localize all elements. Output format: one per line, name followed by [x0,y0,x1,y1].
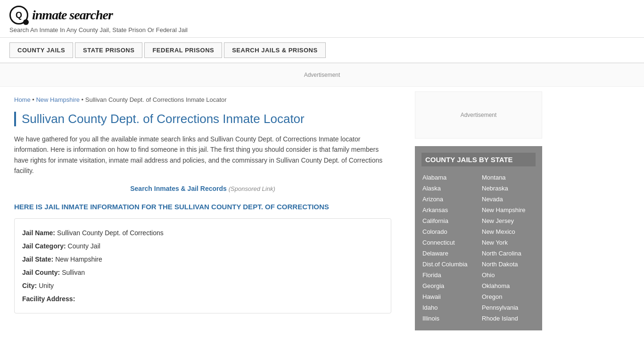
sponsored-label: (Sponsored Link) [229,185,275,192]
info-row-city: City: Unity [22,279,383,292]
nav-state-prisons[interactable]: STATE PRISONS [75,42,142,58]
state-link[interactable]: Arizona [421,194,476,205]
state-link[interactable]: Alabama [421,172,476,183]
state-link[interactable]: North Carolina [481,248,536,259]
logo-italic: inmate [32,8,66,22]
state-box-title: COUNTY JAILS BY STATE [421,153,536,166]
jail-category-value: County Jail [68,239,100,253]
state-link[interactable]: Delaware [421,248,476,259]
state-link[interactable]: Nevada [481,194,536,205]
state-link[interactable]: Nebraska [481,183,536,194]
state-link[interactable]: New Mexico [481,226,536,237]
jail-name-label: Jail Name: [22,226,55,239]
info-row-address: Facility Address: [22,292,383,305]
state-link[interactable]: California [421,215,476,226]
state-link[interactable]: Hawaii [421,291,476,302]
info-box: Jail Name: Sullivan County Dept. of Corr… [14,218,391,313]
sidebar: Advertisement COUNTY JAILS BY STATE Alab… [405,87,552,335]
breadcrumb-sep2: • [82,96,85,103]
nav-federal-prisons[interactable]: FEDERAL PRISONS [144,42,222,58]
state-link[interactable]: Montana [481,172,536,183]
jail-city-value: Unity [39,279,54,292]
section-header: HERE IS JAIL INMATE INFORMATION FOR THE … [14,203,391,211]
jail-address-label: Facility Address: [22,292,75,305]
state-link[interactable]: Alaska [421,183,476,194]
logo-text: inmate searcher [32,8,113,23]
description: We have gathered for you all the availab… [14,134,391,176]
nav-county-jails[interactable]: COUNTY JAILS [9,42,73,58]
state-link[interactable]: Pennsylvania [481,302,536,313]
sponsored-link-area: Search Inmates & Jail Records (Sponsored… [14,185,391,192]
state-grid: AlabamaAlaskaArizonaArkansasCaliforniaCo… [421,172,536,324]
sidebar-ad: Advertisement [415,91,542,139]
state-link[interactable]: New York [481,237,536,248]
state-box: COUNTY JAILS BY STATE AlabamaAlaskaArizo… [415,146,542,330]
nav-bar: COUNTY JAILS STATE PRISONS FEDERAL PRISO… [0,38,644,63]
states-col1: AlabamaAlaskaArizonaArkansasCaliforniaCo… [421,172,476,324]
tagline: Search An Inmate In Any County Jail, Sta… [9,26,635,33]
jail-city-label: City: [22,279,37,292]
jail-name-value: Sullivan County Dept. of Corrections [57,226,164,239]
page-title: Sullivan County Dept. of Corrections Inm… [14,112,391,126]
state-link[interactable]: Rhode Island [481,313,536,324]
jail-county-value: Sullivan [62,266,85,279]
breadcrumb-home[interactable]: Home [14,96,31,103]
logo-plain: searcher [69,8,113,22]
info-row-category: Jail Category: County Jail [22,239,383,253]
state-link[interactable]: Oregon [481,291,536,302]
main-layout: Home • New Hampshire • Sullivan County D… [0,87,644,335]
states-col2: MontanaNebraskaNevadaNew HampshireNew Je… [481,172,536,324]
state-link[interactable]: Florida [421,270,476,280]
state-link[interactable]: Georgia [421,280,476,291]
header: Q inmate searcher Search An Inmate In An… [0,0,644,38]
state-link[interactable]: North Dakota [481,259,536,270]
state-link[interactable]: Arkansas [421,205,476,215]
jail-county-label: Jail County: [22,266,60,279]
state-link[interactable]: Colorado [421,226,476,237]
info-row-state: Jail State: New Hampshire [22,253,383,266]
ad-banner: Advertisement [0,63,644,87]
content-area: Home • New Hampshire • Sullivan County D… [0,87,405,335]
state-link[interactable]: Ohio [481,270,536,280]
breadcrumb-current: Sullivan County Dept. of Corrections Inm… [85,96,227,103]
state-link[interactable]: Dist.of Columbia [421,259,476,270]
jail-state-value: New Hampshire [55,253,102,266]
state-link[interactable]: Connecticut [421,237,476,248]
state-link[interactable]: New Jersey [481,215,536,226]
nav-search-jails[interactable]: SEARCH JAILS & PRISONS [224,42,325,58]
state-link[interactable]: Oklahoma [481,280,536,291]
breadcrumb: Home • New Hampshire • Sullivan County D… [14,96,391,103]
sponsored-link[interactable]: Search Inmates & Jail Records [130,185,227,192]
info-row-county: Jail County: Sullivan [22,266,383,279]
state-link[interactable]: Idaho [421,302,476,313]
jail-state-label: Jail State: [22,253,53,266]
info-row-name: Jail Name: Sullivan County Dept. of Corr… [22,226,383,239]
state-link[interactable]: Illinois [421,313,476,324]
state-link[interactable]: New Hampshire [481,205,536,215]
breadcrumb-state[interactable]: New Hampshire [36,96,79,103]
logo-area: Q inmate searcher [9,6,635,25]
jail-category-label: Jail Category: [22,239,66,253]
search-icon: Q [9,6,28,25]
